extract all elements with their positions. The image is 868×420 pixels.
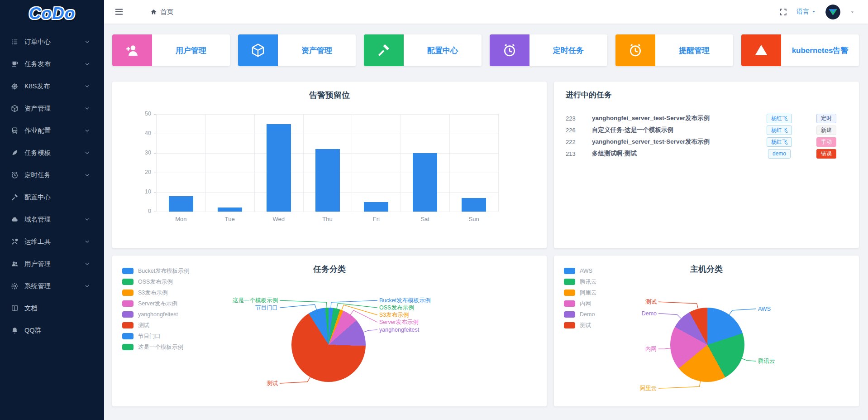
legend-swatch bbox=[564, 279, 575, 285]
task-row[interactable]: 213多组测试啊-测试demo错误 bbox=[566, 148, 847, 159]
pie-slice-label: 测试 bbox=[267, 380, 278, 386]
y-tick bbox=[154, 114, 156, 115]
y-tick-label: 0 bbox=[135, 208, 151, 214]
app-logo[interactable]: CoDo bbox=[0, 0, 104, 27]
y-tick-label: 30 bbox=[135, 150, 151, 156]
sidebar-item-cron-jobs[interactable]: 定时任务 bbox=[0, 164, 104, 186]
legend-label: AWS bbox=[580, 268, 592, 274]
sidebar-item-system-management[interactable]: 系统管理 bbox=[0, 275, 104, 297]
quick-card-user-management[interactable]: 用户管理 bbox=[112, 34, 230, 66]
caret-down-icon bbox=[811, 9, 816, 14]
quick-card-icon-box bbox=[615, 34, 655, 66]
task-row[interactable]: 222yanghongfei_server_test-Server发布示例杨红飞… bbox=[566, 136, 847, 148]
quick-card-cron-jobs[interactable]: 定时任务 bbox=[490, 34, 607, 66]
sidebar-item-task-release[interactable]: 任务发布 bbox=[0, 53, 104, 75]
legend-label: 阿里云 bbox=[580, 289, 597, 297]
quick-card-config-center[interactable]: 配置中心 bbox=[364, 34, 482, 66]
task-title: yanghongfei_server_test-Server发布示例 bbox=[592, 138, 753, 146]
chevron-down-icon bbox=[84, 239, 90, 245]
y-axis bbox=[157, 114, 157, 212]
sidebar-item-k8s-release[interactable]: K8S发布 bbox=[0, 75, 104, 97]
legend-item[interactable]: AWS bbox=[564, 266, 597, 276]
sidebar-item-label: 域名管理 bbox=[24, 215, 51, 224]
quick-card-label: 资产管理 bbox=[278, 34, 356, 66]
sidebar-item-task-template[interactable]: 任务模板 bbox=[0, 142, 104, 164]
sidebar: CoDo 订单中心任务发布K8S发布资产管理作业配置任务模板定时任务配置中心域名… bbox=[0, 0, 104, 420]
topbar: 首页 语言 bbox=[104, 0, 868, 24]
bar-Mon bbox=[169, 196, 193, 212]
chevron-down-icon bbox=[84, 172, 90, 178]
alarm-icon bbox=[11, 171, 19, 179]
chart-legend: Bucket发布模板示例OSS发布示例S3发布示例Server发布示例yangh… bbox=[122, 266, 189, 352]
sidebar-item-domain-management[interactable]: 域名管理 bbox=[0, 208, 104, 231]
sidebar-item-config-center[interactable]: 配置中心 bbox=[0, 186, 104, 208]
legend-item[interactable]: 这是一个模板示例 bbox=[122, 342, 189, 352]
task-status-badge: 错误 bbox=[816, 149, 836, 159]
sidebar-item-user-management[interactable]: 用户管理 bbox=[0, 253, 104, 275]
app-logo-text: CoDo bbox=[29, 4, 76, 23]
chevron-down-icon bbox=[84, 61, 90, 67]
quick-card-icon-box bbox=[490, 34, 529, 66]
sidebar-item-ops-tools[interactable]: 运维工具 bbox=[0, 231, 104, 253]
sidebar-item-qq-group[interactable]: QQ群 bbox=[0, 319, 104, 342]
legend-item[interactable]: 阿里云 bbox=[564, 287, 597, 298]
legend-item[interactable]: Bucket发布模板示例 bbox=[122, 266, 189, 276]
sidebar-item-job-config[interactable]: 作业配置 bbox=[0, 120, 104, 142]
task-row[interactable]: 226自定义任务-这是一个模板示例杨红飞新建 bbox=[566, 124, 847, 136]
avatar[interactable] bbox=[825, 5, 840, 19]
legend-item[interactable]: 腾讯云 bbox=[564, 276, 597, 287]
panel-title: 主机分类 bbox=[554, 264, 859, 275]
breadcrumb[interactable]: 首页 bbox=[150, 8, 173, 16]
bar-Sat bbox=[413, 153, 437, 212]
sidebar-item-label: K8S发布 bbox=[24, 82, 50, 91]
alarm-icon bbox=[628, 43, 643, 58]
quick-card-reminder-management[interactable]: 提醒管理 bbox=[615, 34, 733, 66]
legend-item[interactable]: 测试 bbox=[564, 320, 597, 331]
bar-Tue bbox=[218, 208, 242, 212]
legend-item[interactable]: 内网 bbox=[564, 298, 597, 309]
y-tick bbox=[154, 153, 156, 154]
menu-toggle-icon[interactable] bbox=[114, 7, 124, 17]
bar-Fri bbox=[364, 202, 388, 212]
legend-label: S3发布示例 bbox=[138, 289, 167, 297]
sidebar-item-label: 定时任务 bbox=[24, 171, 51, 179]
gridline bbox=[157, 212, 498, 212]
pie-slice-label: 阿里云 bbox=[640, 385, 657, 391]
legend-item[interactable]: OSS发布示例 bbox=[122, 276, 189, 287]
task-owner-tag: demo bbox=[768, 149, 791, 159]
alarm-bar-chart-panel: 告警预留位 01020304050MonTueWedThuFriSatSun bbox=[112, 82, 547, 248]
legend-swatch bbox=[122, 268, 134, 274]
sidebar-item-label: 任务发布 bbox=[24, 60, 51, 68]
legend-item[interactable]: yanghongfeitest bbox=[122, 309, 189, 320]
task-list: 223yanghongfei_server_test-Server发布示例杨红飞… bbox=[566, 112, 847, 159]
quick-card-icon-box bbox=[238, 34, 278, 66]
task-category-pie-panel: 任务分类 Bucket发布模板示例OSS发布示例S3发布示例Server发布示例… bbox=[112, 256, 547, 406]
train-icon bbox=[11, 127, 19, 135]
quick-card-label: kubernetes告警 bbox=[781, 34, 859, 66]
sidebar-item-docs[interactable]: 文档 bbox=[0, 297, 104, 319]
fullscreen-icon[interactable] bbox=[779, 8, 787, 16]
quick-card-kubernetes-alerts[interactable]: kubernetes告警 bbox=[741, 34, 859, 66]
quick-card-asset-management[interactable]: 资产管理 bbox=[238, 34, 356, 66]
cup-icon bbox=[11, 60, 19, 68]
hammer-icon bbox=[11, 193, 19, 201]
pie-label-leader bbox=[280, 300, 327, 309]
task-id: 213 bbox=[566, 150, 592, 157]
legend-item[interactable]: Demo bbox=[564, 309, 597, 320]
legend-item[interactable]: S3发布示例 bbox=[122, 287, 189, 298]
user-menu-caret-icon[interactable] bbox=[849, 9, 855, 15]
sidebar-item-asset-management[interactable]: 资产管理 bbox=[0, 97, 104, 120]
legend-swatch bbox=[122, 311, 134, 318]
language-selector[interactable]: 语言 bbox=[796, 8, 816, 16]
alarm-icon bbox=[502, 43, 517, 58]
legend-item[interactable]: 测试 bbox=[122, 320, 189, 331]
sidebar-item-label: 资产管理 bbox=[24, 104, 51, 113]
sidebar-menu: 订单中心任务发布K8S发布资产管理作业配置任务模板定时任务配置中心域名管理运维工… bbox=[0, 31, 104, 342]
sidebar-item-order-center[interactable]: 订单中心 bbox=[0, 31, 104, 53]
legend-label: Server发布示例 bbox=[138, 300, 177, 308]
gridline bbox=[205, 114, 206, 212]
legend-item[interactable]: Server发布示例 bbox=[122, 298, 189, 309]
task-row[interactable]: 223yanghongfei_server_test-Server发布示例杨红飞… bbox=[566, 112, 847, 124]
y-tick bbox=[154, 212, 156, 212]
legend-item[interactable]: 节目门口 bbox=[122, 331, 189, 342]
